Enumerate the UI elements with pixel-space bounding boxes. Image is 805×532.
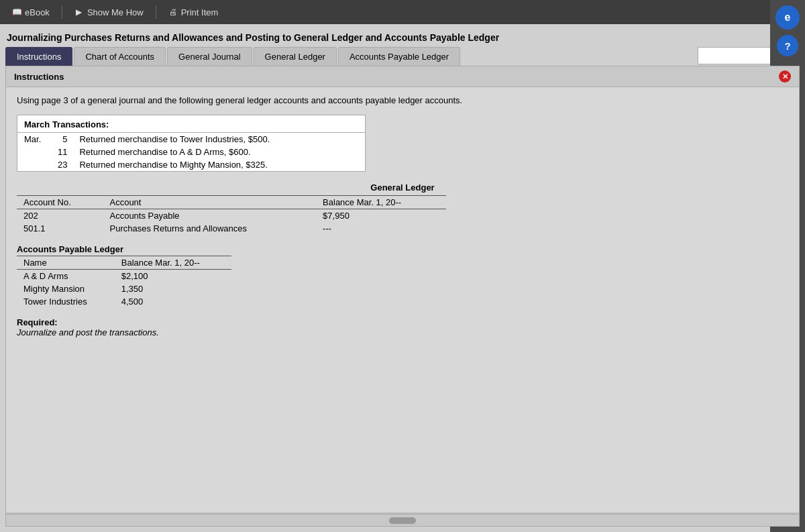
gl-account-1: Accounts Payable (103, 209, 316, 223)
ebook-icon: 📖 (12, 7, 21, 17)
show-me-how-button[interactable]: ▶ Show Me How (68, 5, 150, 20)
scroll-thumb (389, 517, 416, 524)
bottom-scrollbar[interactable] (6, 514, 799, 526)
toolbar-divider-1 (62, 5, 62, 19)
ebook-label: eBook (25, 7, 50, 17)
gl-balance-1: $7,950 (316, 209, 446, 223)
transaction-month-2 (17, 146, 51, 158)
tab-bar: Instructions Chart of Accounts General J… (5, 47, 800, 66)
gl-table: Account No. Account Balance Mar. 1, 20--… (17, 195, 446, 235)
required-label: Required: (17, 317, 58, 327)
transaction-desc-2: Returned merchandise to A & D Arms, $600… (72, 146, 365, 158)
apl-balance-1: $2,100 (115, 270, 231, 283)
tab-chart-of-accounts[interactable]: Chart of Accounts (74, 47, 166, 66)
table-row: 501.1 Purchases Returns and Allowances -… (17, 222, 446, 235)
table-row: Mighty Mansion 1,350 (17, 282, 231, 295)
apl-header-row: Name Balance Mar. 1, 20-- (17, 256, 231, 270)
toolbar: 📖 eBook ▶ Show Me How 🖨 Print Item (0, 0, 805, 24)
tab-accounts-payable-ledger[interactable]: Accounts Payable Ledger (338, 47, 460, 66)
gl-balance-2: --- (316, 222, 446, 235)
apl-name-1: A & D Arms (17, 270, 115, 283)
general-ledger-section: General Ledger Account No. Account Balan… (17, 182, 788, 235)
table-row: A & D Arms $2,100 (17, 270, 231, 283)
gl-account-2: Purchases Returns and Allowances (103, 222, 316, 235)
main-wrapper: Journalizing Purchases Returns and Allow… (0, 24, 805, 532)
transaction-desc-3: Returned merchandise to Mighty Mansion, … (72, 158, 365, 171)
instructions-panel: Instructions ✕ Using page 3 of a general… (6, 66, 799, 514)
content-panel: Instructions ✕ Using page 3 of a general… (5, 66, 800, 527)
table-row: 11 Returned merchandise to A & D Arms, $… (17, 146, 365, 158)
transaction-desc-1: Returned merchandise to Tower Industries… (72, 133, 365, 146)
transaction-month-1: Mar. (17, 133, 51, 146)
apl-title: Accounts Payable Ledger (17, 244, 788, 254)
apl-header-balance: Balance Mar. 1, 20-- (115, 256, 231, 270)
tab-search-input[interactable] (698, 47, 778, 64)
print-label: Print Item (181, 7, 219, 17)
transactions-box: March Transactions: Mar. 5 Returned merc… (17, 115, 366, 172)
apl-name-2: Mighty Mansion (17, 282, 115, 295)
transaction-day-2: 11 (51, 146, 72, 158)
apl-balance-2: 1,350 (115, 282, 231, 295)
intro-text: Using page 3 of a general journal and th… (17, 95, 788, 105)
gl-account-no-2: 501.1 (17, 222, 103, 235)
tab-general-ledger[interactable]: General Ledger (254, 47, 337, 66)
transactions-title: March Transactions: (17, 115, 365, 133)
table-row: Tower Industries 4,500 (17, 295, 231, 308)
gl-header-account: Account (103, 196, 316, 209)
table-row: 23 Returned merchandise to Mighty Mansio… (17, 158, 365, 171)
gl-title: General Ledger (17, 182, 788, 193)
show-me-how-label: Show Me How (87, 7, 144, 17)
transaction-month-3 (17, 158, 51, 171)
gl-header-balance: Balance Mar. 1, 20-- (316, 196, 446, 209)
ebook-button[interactable]: 📖 eBook (5, 5, 56, 20)
instructions-body: Using page 3 of a general journal and th… (6, 87, 799, 345)
table-row: 202 Accounts Payable $7,950 (17, 209, 446, 223)
required-text: Journalize and post the transactions. (17, 327, 159, 337)
transaction-day-1: 5 (51, 133, 72, 146)
tab-general-journal[interactable]: General Journal (167, 47, 252, 66)
apl-table: Name Balance Mar. 1, 20-- A & D Arms $2,… (17, 256, 231, 308)
print-item-button[interactable]: 🖨 Print Item (162, 5, 225, 20)
tab-instructions[interactable]: Instructions (5, 47, 72, 66)
page-title: Journalizing Purchases Returns and Allow… (5, 30, 800, 47)
print-icon: 🖨 (168, 7, 178, 17)
table-row: Mar. 5 Returned merchandise to Tower Ind… (17, 133, 365, 146)
ebook-circle-icon[interactable]: e (775, 5, 800, 30)
toolbar-divider-2 (156, 5, 156, 19)
gl-header-row: Account No. Account Balance Mar. 1, 20-- (17, 196, 446, 209)
close-button[interactable]: ✕ (779, 70, 791, 83)
help-circle-icon[interactable]: ? (777, 35, 798, 56)
accounts-payable-ledger-section: Accounts Payable Ledger Name Balance Mar… (17, 244, 788, 308)
instructions-header: Instructions ✕ (6, 66, 799, 87)
transactions-table: Mar. 5 Returned merchandise to Tower Ind… (17, 133, 365, 171)
transaction-day-3: 23 (51, 158, 72, 171)
apl-header-name: Name (17, 256, 115, 270)
gl-account-no-1: 202 (17, 209, 103, 223)
apl-balance-3: 4,500 (115, 295, 231, 308)
required-section: Required: Journalize and post the transa… (17, 317, 788, 337)
show-me-how-icon: ▶ (74, 7, 84, 17)
apl-name-3: Tower Industries (17, 295, 115, 308)
instructions-header-label: Instructions (14, 72, 64, 82)
gl-header-account-no: Account No. (17, 196, 103, 209)
